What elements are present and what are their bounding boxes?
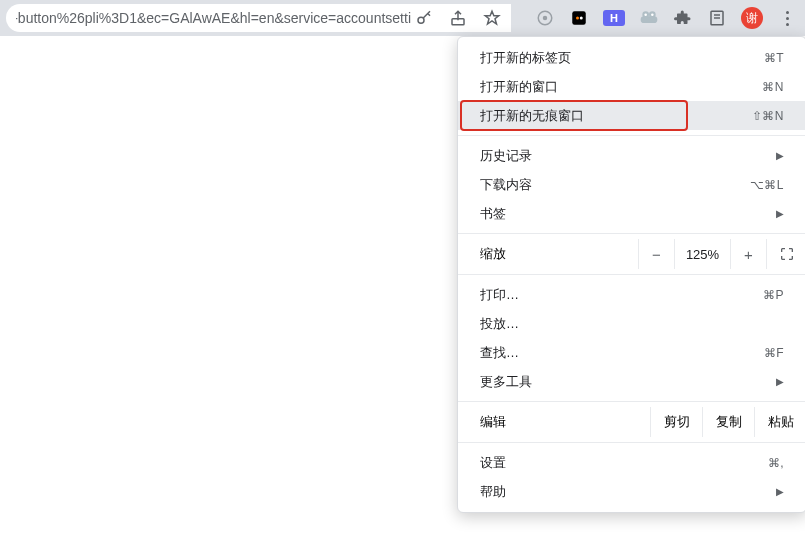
extensions-area: H 谢	[535, 7, 797, 29]
menu-item-label: 编辑	[480, 413, 650, 431]
zoom-in-button[interactable]: +	[730, 239, 766, 269]
chevron-right-icon: ▶	[776, 150, 784, 161]
menu-history[interactable]: 历史记录 ▶	[458, 141, 805, 170]
shortcut-text: ⌘T	[764, 51, 784, 65]
menu-item-label: 打开新的无痕窗口	[480, 107, 584, 125]
svg-point-6	[580, 17, 583, 20]
edit-cut-button[interactable]: 剪切	[650, 407, 702, 437]
svg-point-0	[418, 17, 424, 23]
menu-separator	[458, 442, 805, 443]
menu-item-label: 打开新的窗口	[480, 78, 558, 96]
menu-cast[interactable]: 投放…	[458, 309, 805, 338]
menu-item-label: 历史记录	[480, 147, 532, 165]
menu-separator	[458, 135, 805, 136]
menu-item-label: 打印…	[480, 286, 519, 304]
menu-new-window[interactable]: 打开新的窗口 ⌘N	[458, 72, 805, 101]
bookmark-star-icon[interactable]	[483, 9, 501, 27]
menu-downloads[interactable]: 下载内容 ⌥⌘L	[458, 170, 805, 199]
extension-icon[interactable]	[569, 8, 589, 28]
menu-edit: 编辑 剪切 复制 粘贴	[458, 407, 805, 437]
chrome-main-menu: 打开新的标签页 ⌘T 打开新的窗口 ⌘N 打开新的无痕窗口 ⇧⌘N 历史记录 ▶…	[457, 36, 805, 513]
menu-settings[interactable]: 设置 ⌘,	[458, 448, 805, 477]
shortcut-text: ⇧⌘N	[752, 109, 784, 123]
svg-rect-7	[641, 16, 658, 23]
shortcut-text: ⌘P	[763, 288, 784, 302]
edit-copy-button[interactable]: 复制	[702, 407, 754, 437]
chevron-right-icon: ▶	[776, 376, 784, 387]
share-icon[interactable]	[449, 9, 467, 27]
menu-more-tools[interactable]: 更多工具 ▶	[458, 367, 805, 396]
zoom-level: 125%	[674, 239, 730, 269]
menu-bookmarks[interactable]: 书签 ▶	[458, 199, 805, 228]
menu-help[interactable]: 帮助 ▶	[458, 477, 805, 506]
menu-find[interactable]: 查找… ⌘F	[458, 338, 805, 367]
fullscreen-button[interactable]	[766, 239, 805, 269]
menu-separator	[458, 401, 805, 402]
zoom-out-button[interactable]: −	[638, 239, 674, 269]
menu-separator	[458, 233, 805, 234]
menu-item-label: 缩放	[480, 245, 638, 263]
address-bar[interactable]: unt-button%26pli%3D1&ec=GAlAwAE&hl=en&se…	[6, 4, 511, 32]
more-menu-icon[interactable]	[777, 11, 797, 26]
extension-icon[interactable]: H	[603, 10, 625, 26]
edit-paste-button[interactable]: 粘贴	[754, 407, 805, 437]
shortcut-text: ⌘F	[764, 346, 784, 360]
menu-new-tab[interactable]: 打开新的标签页 ⌘T	[458, 43, 805, 72]
menu-zoom: 缩放 − 125% +	[458, 239, 805, 269]
menu-print[interactable]: 打印… ⌘P	[458, 280, 805, 309]
svg-point-10	[644, 13, 647, 16]
profile-avatar[interactable]: 谢	[741, 7, 763, 29]
menu-item-label: 设置	[480, 454, 506, 472]
svg-point-11	[651, 13, 654, 16]
extension-icon[interactable]	[535, 8, 555, 28]
key-icon[interactable]	[415, 9, 433, 27]
shortcut-text: ⌥⌘L	[750, 178, 784, 192]
menu-item-label: 更多工具	[480, 373, 532, 391]
reading-list-icon[interactable]	[707, 8, 727, 28]
shortcut-text: ⌘,	[768, 456, 784, 470]
menu-new-incognito[interactable]: 打开新的无痕窗口 ⇧⌘N	[458, 101, 805, 130]
menu-item-label: 打开新的标签页	[480, 49, 571, 67]
chevron-right-icon: ▶	[776, 208, 784, 219]
url-text: unt-button%26pli%3D1&ec=GAlAwAE&hl=en&se…	[16, 10, 411, 26]
browser-toolbar: unt-button%26pli%3D1&ec=GAlAwAE&hl=en&se…	[0, 0, 805, 36]
svg-point-3	[543, 16, 548, 21]
menu-separator	[458, 274, 805, 275]
avatar-char: 谢	[746, 10, 758, 27]
extension-icon[interactable]	[639, 8, 659, 28]
menu-item-label: 书签	[480, 205, 506, 223]
chevron-right-icon: ▶	[776, 486, 784, 497]
extensions-menu-icon[interactable]	[673, 8, 693, 28]
menu-item-label: 下载内容	[480, 176, 532, 194]
shortcut-text: ⌘N	[762, 80, 784, 94]
menu-item-label: 查找…	[480, 344, 519, 362]
svg-point-5	[576, 17, 579, 20]
menu-item-label: 投放…	[480, 315, 519, 333]
menu-item-label: 帮助	[480, 483, 506, 501]
